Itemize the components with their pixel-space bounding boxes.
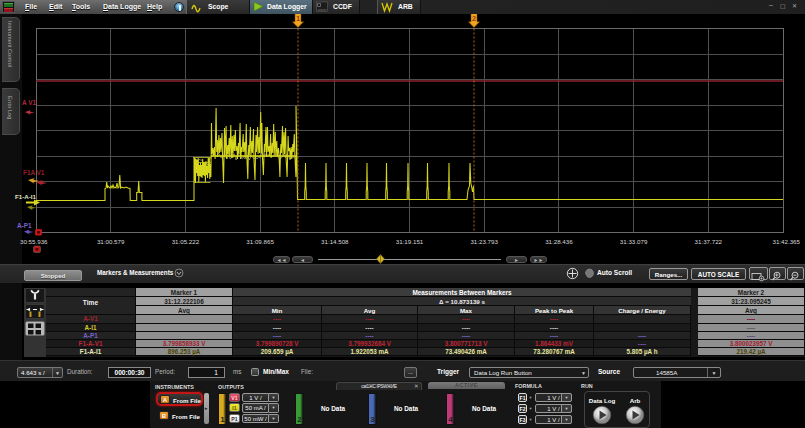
svg-text:31:33.079: 31:33.079 bbox=[620, 238, 648, 245]
svg-text:31:09.865: 31:09.865 bbox=[246, 238, 274, 245]
svg-text:31:37.722: 31:37.722 bbox=[695, 238, 723, 245]
svg-text:31:14.508: 31:14.508 bbox=[321, 238, 349, 245]
svg-text:31:19.151: 31:19.151 bbox=[396, 238, 424, 245]
svg-text:31:23.793: 31:23.793 bbox=[470, 238, 498, 245]
svg-text:31:00.579: 31:00.579 bbox=[97, 238, 125, 245]
svg-text:A-P1: A-P1 bbox=[17, 222, 32, 229]
svg-text:A V1: A V1 bbox=[22, 99, 36, 106]
svg-text:F1A V1: F1A V1 bbox=[23, 169, 45, 176]
svg-text:F1-A-I1: F1-A-I1 bbox=[15, 193, 37, 200]
svg-text:1: 1 bbox=[296, 14, 300, 23]
svg-text:2: 2 bbox=[472, 14, 476, 23]
svg-text:31:28.436: 31:28.436 bbox=[545, 238, 573, 245]
svg-text:31:42.365: 31:42.365 bbox=[772, 238, 800, 245]
svg-text:31:05.222: 31:05.222 bbox=[172, 238, 200, 245]
svg-text:30:55.936: 30:55.936 bbox=[20, 238, 48, 245]
